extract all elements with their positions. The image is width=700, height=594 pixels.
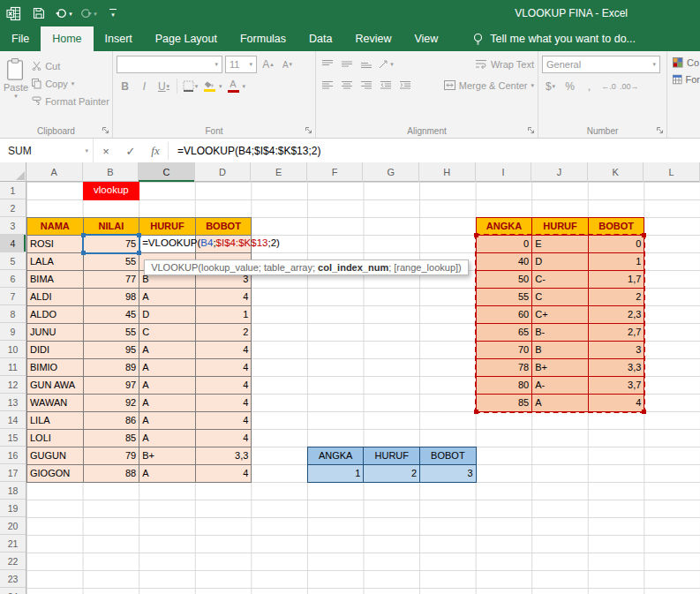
cell-C8[interactable]: D — [139, 305, 196, 324]
cell-A11[interactable]: BIMIO — [26, 358, 84, 377]
row-header-18[interactable]: 18 — [0, 482, 26, 500]
cell-J6[interactable]: C- — [531, 270, 589, 289]
cell-C10[interactable]: A — [139, 341, 196, 359]
cell-C11[interactable]: A — [139, 358, 196, 377]
column-header-F[interactable]: F — [307, 162, 364, 182]
cell-J11[interactable]: B+ — [531, 358, 589, 377]
align-right-button[interactable] — [358, 77, 375, 94]
cell-B15[interactable]: 85 — [83, 429, 140, 447]
cell-I5[interactable]: 40 — [476, 252, 533, 271]
cell-C13[interactable]: A — [139, 394, 196, 412]
cell-J4[interactable]: E — [531, 235, 589, 253]
cell-K4[interactable]: 0 — [588, 235, 645, 253]
paste-dropdown-icon[interactable]: ▾ — [14, 93, 18, 100]
column-header-J[interactable]: J — [531, 162, 588, 182]
copy-dropdown-icon[interactable]: ▾ — [72, 80, 75, 87]
cell-A9[interactable]: JUNU — [26, 323, 84, 342]
font-color-dropdown-icon[interactable]: ▾ — [243, 83, 246, 90]
borders-button[interactable]: ▾ — [182, 78, 199, 94]
cell-H17[interactable]: 3 — [419, 464, 477, 483]
percent-style-button[interactable]: % — [561, 78, 578, 94]
qat-customize-button[interactable]: ▾ — [101, 0, 125, 26]
cell-C14[interactable]: A — [139, 411, 196, 430]
select-all-corner[interactable] — [0, 162, 26, 182]
cell-I6[interactable]: 50 — [476, 270, 533, 289]
cell-C12[interactable]: A — [139, 376, 196, 395]
cell-D9[interactable]: 2 — [195, 323, 252, 342]
tab-review[interactable]: Review — [343, 26, 403, 51]
cell-J13[interactable]: A — [531, 394, 589, 412]
column-header-L[interactable]: L — [644, 162, 700, 182]
tab-home[interactable]: Home — [41, 26, 93, 51]
cell-H16[interactable]: BOBOT — [419, 447, 477, 465]
orientation-dropdown-icon[interactable]: ▾ — [390, 61, 394, 68]
borders-dropdown-icon[interactable]: ▾ — [195, 83, 199, 90]
cell-K9[interactable]: 2,7 — [588, 323, 645, 342]
cell-D10[interactable]: 4 — [195, 341, 252, 359]
cell-A14[interactable]: LILA — [26, 411, 84, 430]
cancel-button[interactable]: × — [94, 139, 118, 163]
cell-K13[interactable]: 4 — [588, 394, 645, 412]
cell-D16[interactable]: 3,3 — [195, 447, 252, 465]
row-header-3[interactable]: 3 — [0, 217, 26, 235]
cell-A3[interactable]: NAMA — [26, 217, 84, 236]
comma-style-button[interactable]: , — [581, 78, 598, 94]
cell-B14[interactable]: 86 — [83, 411, 140, 430]
cell-A15[interactable]: LOLI — [26, 429, 84, 447]
cell-C17[interactable]: A — [139, 464, 196, 483]
cell-B4[interactable]: 75 — [83, 235, 140, 253]
cell-D3[interactable]: BOBOT — [195, 217, 252, 236]
cell-D14[interactable]: 4 — [195, 411, 252, 430]
cell-B3[interactable]: NILAI — [83, 217, 140, 236]
cell-K7[interactable]: 2 — [588, 288, 645, 306]
font-size-combo[interactable]: 11 ▾ — [225, 56, 257, 73]
cell-K10[interactable]: 3 — [588, 341, 645, 359]
tab-formulas[interactable]: Formulas — [229, 26, 297, 51]
cell-G17[interactable]: 2 — [363, 464, 420, 483]
align-center-button[interactable] — [339, 77, 356, 94]
cell-D11[interactable]: 4 — [195, 358, 252, 377]
cell-C9[interactable]: C — [139, 323, 196, 342]
align-left-button[interactable] — [320, 77, 336, 94]
cell-J10[interactable]: B — [531, 341, 589, 359]
cell-A13[interactable]: WAWAN — [26, 394, 84, 412]
column-header-B[interactable]: B — [83, 162, 139, 182]
fill-color-dropdown-icon[interactable]: ▾ — [219, 83, 222, 90]
alignment-dialog-launcher[interactable] — [527, 126, 536, 135]
cell-K8[interactable]: 2,3 — [588, 305, 645, 324]
row-header-11[interactable]: 11 — [0, 358, 26, 376]
tab-data[interactable]: Data — [297, 26, 343, 51]
column-header-I[interactable]: I — [476, 162, 532, 182]
cell-B17[interactable]: 88 — [83, 464, 140, 483]
in-cell-formula[interactable]: =VLOOKUP(B4;$I$4:$K$13;2) — [139, 235, 280, 252]
cell-I3[interactable]: ANGKA — [476, 217, 533, 236]
cell-I11[interactable]: 78 — [476, 358, 533, 377]
merge-center-button[interactable]: Merge & Center ▾ — [444, 79, 534, 92]
name-box-dropdown-icon[interactable]: ▾ — [85, 147, 88, 154]
cell-D12[interactable]: 4 — [195, 376, 252, 395]
enter-button[interactable]: ✓ — [118, 139, 143, 163]
column-header-K[interactable]: K — [588, 162, 644, 182]
column-header-C[interactable]: C — [139, 162, 195, 182]
cell-B6[interactable]: 77 — [83, 270, 140, 289]
column-header-H[interactable]: H — [419, 162, 476, 182]
merge-center-dropdown-icon[interactable]: ▾ — [531, 82, 534, 89]
cell-I13[interactable]: 85 — [476, 394, 533, 412]
number-format-combo[interactable]: General ▾ — [542, 56, 660, 73]
cell-I9[interactable]: 65 — [476, 323, 533, 342]
tab-page-layout[interactable]: Page Layout — [144, 26, 229, 51]
bold-button[interactable]: B — [117, 78, 133, 94]
cell-C15[interactable]: A — [139, 429, 196, 447]
row-header-9[interactable]: 9 — [0, 323, 26, 341]
cell-I10[interactable]: 70 — [476, 341, 533, 359]
cell-I12[interactable]: 80 — [476, 376, 533, 395]
align-bottom-button[interactable] — [358, 56, 375, 72]
cell-B10[interactable]: 95 — [83, 341, 140, 359]
cell-J12[interactable]: A- — [531, 376, 589, 395]
column-header-A[interactable]: A — [26, 162, 83, 182]
cell-B5[interactable]: 55 — [83, 252, 140, 271]
cell-D17[interactable]: 4 — [195, 464, 252, 483]
row-header-23[interactable]: 23 — [0, 570, 26, 588]
number-dialog-launcher[interactable] — [656, 126, 665, 135]
tell-me-box[interactable]: Tell me what you want to do... — [472, 26, 636, 51]
